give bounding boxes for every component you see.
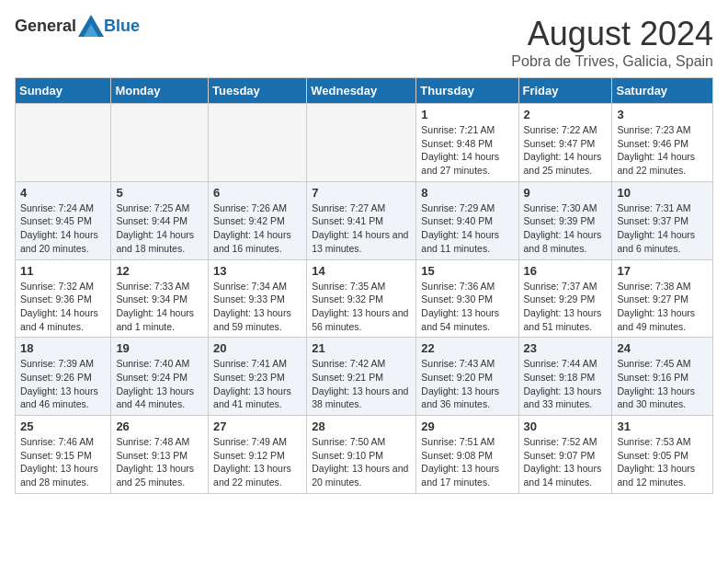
day-number: 8 (421, 186, 513, 200)
day-number: 19 (116, 341, 203, 355)
day-cell: 11Sunrise: 7:32 AM Sunset: 9:36 PM Dayli… (16, 259, 111, 338)
week-row-2: 4Sunrise: 7:24 AM Sunset: 9:45 PM Daylig… (16, 181, 713, 259)
day-info: Sunrise: 7:34 AM Sunset: 9:33 PM Dayligh… (213, 280, 301, 334)
day-cell: 25Sunrise: 7:46 AM Sunset: 9:15 PM Dayli… (16, 416, 111, 494)
week-row-3: 11Sunrise: 7:32 AM Sunset: 9:36 PM Dayli… (16, 259, 713, 338)
day-info: Sunrise: 7:36 AM Sunset: 9:30 PM Dayligh… (421, 280, 513, 334)
day-cell: 8Sunrise: 7:29 AM Sunset: 9:40 PM Daylig… (416, 181, 518, 259)
day-info: Sunrise: 7:29 AM Sunset: 9:40 PM Dayligh… (421, 201, 513, 256)
day-number: 27 (213, 419, 301, 433)
day-info: Sunrise: 7:44 AM Sunset: 9:18 PM Dayligh… (524, 357, 608, 411)
header-monday: Monday (111, 78, 209, 104)
day-info: Sunrise: 7:38 AM Sunset: 9:27 PM Dayligh… (617, 280, 708, 334)
day-number: 7 (312, 186, 411, 200)
calendar-table: SundayMondayTuesdayWednesdayThursdayFrid… (15, 77, 713, 494)
day-info: Sunrise: 7:33 AM Sunset: 9:34 PM Dayligh… (116, 280, 203, 334)
day-number: 22 (421, 341, 513, 355)
day-number: 2 (524, 108, 608, 121)
day-number: 30 (524, 419, 608, 433)
day-cell (307, 104, 416, 182)
day-number: 15 (421, 264, 513, 278)
day-number: 24 (617, 341, 708, 355)
day-info: Sunrise: 7:35 AM Sunset: 9:32 PM Dayligh… (312, 280, 411, 334)
day-cell: 9Sunrise: 7:30 AM Sunset: 9:39 PM Daylig… (518, 181, 612, 259)
day-cell: 7Sunrise: 7:27 AM Sunset: 9:41 PM Daylig… (307, 181, 416, 259)
day-info: Sunrise: 7:48 AM Sunset: 9:13 PM Dayligh… (116, 435, 203, 489)
day-cell (111, 104, 209, 182)
day-number: 18 (20, 341, 106, 355)
day-number: 14 (312, 264, 411, 278)
day-cell: 14Sunrise: 7:35 AM Sunset: 9:32 PM Dayli… (307, 259, 416, 338)
day-cell: 27Sunrise: 7:49 AM Sunset: 9:12 PM Dayli… (209, 416, 307, 494)
day-cell: 2Sunrise: 7:22 AM Sunset: 9:47 PM Daylig… (518, 104, 612, 182)
day-cell: 23Sunrise: 7:44 AM Sunset: 9:18 PM Dayli… (518, 338, 612, 416)
day-info: Sunrise: 7:21 AM Sunset: 9:48 PM Dayligh… (421, 123, 513, 178)
day-cell: 30Sunrise: 7:52 AM Sunset: 9:07 PM Dayli… (518, 416, 612, 494)
header-row: SundayMondayTuesdayWednesdayThursdayFrid… (16, 78, 713, 104)
day-info: Sunrise: 7:43 AM Sunset: 9:20 PM Dayligh… (421, 357, 513, 411)
day-number: 29 (421, 419, 513, 433)
day-cell: 16Sunrise: 7:37 AM Sunset: 9:29 PM Dayli… (518, 259, 612, 338)
day-cell: 10Sunrise: 7:31 AM Sunset: 9:37 PM Dayli… (612, 181, 713, 259)
day-info: Sunrise: 7:52 AM Sunset: 9:07 PM Dayligh… (524, 435, 608, 489)
day-info: Sunrise: 7:31 AM Sunset: 9:37 PM Dayligh… (617, 201, 708, 256)
day-info: Sunrise: 7:41 AM Sunset: 9:23 PM Dayligh… (213, 357, 301, 411)
day-number: 31 (617, 419, 708, 433)
header-sunday: Sunday (16, 78, 111, 104)
day-info: Sunrise: 7:30 AM Sunset: 9:39 PM Dayligh… (524, 201, 608, 256)
day-info: Sunrise: 7:49 AM Sunset: 9:12 PM Dayligh… (213, 435, 301, 489)
day-number: 6 (213, 186, 301, 200)
day-cell: 17Sunrise: 7:38 AM Sunset: 9:27 PM Dayli… (612, 259, 713, 338)
day-number: 11 (20, 264, 106, 278)
location-subtitle: Pobra de Trives, Galicia, Spain (511, 53, 713, 70)
header-friday: Friday (518, 78, 612, 104)
day-number: 13 (213, 264, 301, 278)
page-header: General Blue August 2024 Pobra de Trives… (15, 15, 713, 70)
day-info: Sunrise: 7:32 AM Sunset: 9:36 PM Dayligh… (20, 280, 106, 334)
day-cell: 18Sunrise: 7:39 AM Sunset: 9:26 PM Dayli… (16, 338, 111, 416)
day-cell: 6Sunrise: 7:26 AM Sunset: 9:42 PM Daylig… (209, 181, 307, 259)
day-cell: 13Sunrise: 7:34 AM Sunset: 9:33 PM Dayli… (209, 259, 307, 338)
day-number: 20 (213, 341, 301, 355)
day-info: Sunrise: 7:46 AM Sunset: 9:15 PM Dayligh… (20, 435, 106, 489)
day-cell: 12Sunrise: 7:33 AM Sunset: 9:34 PM Dayli… (111, 259, 209, 338)
logo-general: General (15, 17, 76, 36)
day-number: 17 (617, 264, 708, 278)
day-cell (209, 104, 307, 182)
day-number: 21 (312, 341, 411, 355)
day-number: 26 (116, 419, 203, 433)
day-cell: 21Sunrise: 7:42 AM Sunset: 9:21 PM Dayli… (307, 338, 416, 416)
day-cell: 29Sunrise: 7:51 AM Sunset: 9:08 PM Dayli… (416, 416, 518, 494)
day-info: Sunrise: 7:42 AM Sunset: 9:21 PM Dayligh… (312, 357, 411, 411)
header-tuesday: Tuesday (209, 78, 307, 104)
day-number: 1 (421, 108, 513, 121)
day-number: 10 (617, 186, 708, 200)
week-row-5: 25Sunrise: 7:46 AM Sunset: 9:15 PM Dayli… (16, 416, 713, 494)
day-number: 5 (116, 186, 203, 200)
day-number: 16 (524, 264, 608, 278)
week-row-4: 18Sunrise: 7:39 AM Sunset: 9:26 PM Dayli… (16, 338, 713, 416)
day-number: 28 (312, 419, 411, 433)
day-info: Sunrise: 7:24 AM Sunset: 9:45 PM Dayligh… (20, 201, 106, 256)
day-cell: 26Sunrise: 7:48 AM Sunset: 9:13 PM Dayli… (111, 416, 209, 494)
day-cell: 3Sunrise: 7:23 AM Sunset: 9:46 PM Daylig… (612, 104, 713, 182)
day-cell: 19Sunrise: 7:40 AM Sunset: 9:24 PM Dayli… (111, 338, 209, 416)
day-number: 23 (524, 341, 608, 355)
day-info: Sunrise: 7:45 AM Sunset: 9:16 PM Dayligh… (617, 357, 708, 411)
day-info: Sunrise: 7:22 AM Sunset: 9:47 PM Dayligh… (524, 123, 608, 178)
day-number: 3 (617, 108, 708, 121)
day-cell: 1Sunrise: 7:21 AM Sunset: 9:48 PM Daylig… (416, 104, 518, 182)
month-year-title: August 2024 (511, 15, 713, 53)
day-cell: 15Sunrise: 7:36 AM Sunset: 9:30 PM Dayli… (416, 259, 518, 338)
day-cell: 22Sunrise: 7:43 AM Sunset: 9:20 PM Dayli… (416, 338, 518, 416)
day-cell: 5Sunrise: 7:25 AM Sunset: 9:44 PM Daylig… (111, 181, 209, 259)
day-cell (16, 104, 111, 182)
day-info: Sunrise: 7:23 AM Sunset: 9:46 PM Dayligh… (617, 123, 708, 178)
day-info: Sunrise: 7:51 AM Sunset: 9:08 PM Dayligh… (421, 435, 513, 489)
day-info: Sunrise: 7:50 AM Sunset: 9:10 PM Dayligh… (312, 435, 411, 489)
day-number: 25 (20, 419, 106, 433)
day-info: Sunrise: 7:53 AM Sunset: 9:05 PM Dayligh… (617, 435, 708, 489)
day-number: 12 (116, 264, 203, 278)
header-thursday: Thursday (416, 78, 518, 104)
logo-blue: Blue (104, 17, 140, 36)
